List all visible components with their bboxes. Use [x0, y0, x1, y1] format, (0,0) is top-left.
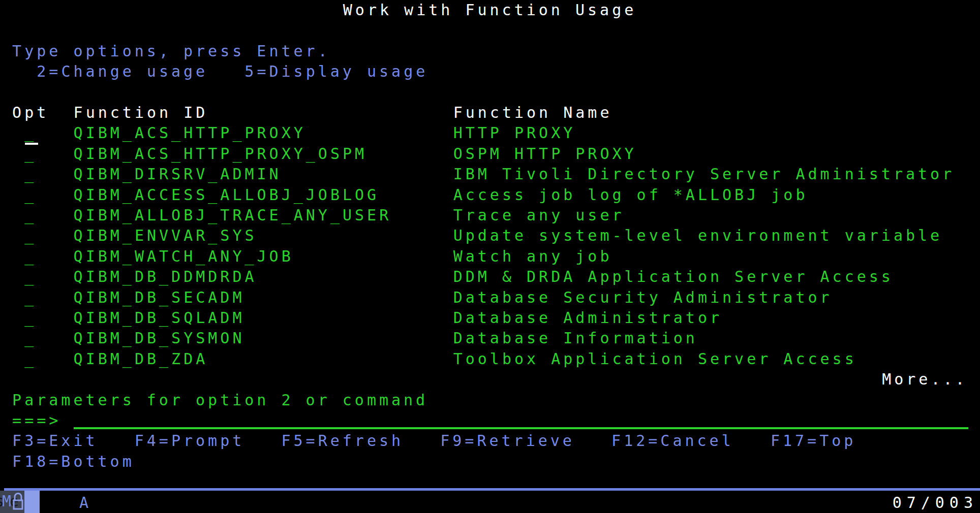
function-name: Toolbox Application Server Access	[453, 349, 857, 369]
options-legend: 2=Change usage 5=Display usage	[37, 61, 428, 82]
function-name: Trace any user	[453, 205, 625, 226]
table-row: _ QIBM_ACS_HTTP_PROXY HTTP PROXY	[0, 123, 980, 144]
option-input[interactable]: _	[24, 185, 37, 205]
option-input[interactable]: _	[24, 226, 37, 246]
text-cursor	[25, 143, 38, 145]
function-name: Watch any job	[453, 246, 612, 267]
function-name: Database Information	[453, 328, 698, 348]
table-row: _ QIBM_ALLOBJ_TRACE_ANY_USER Trace any u…	[0, 205, 980, 226]
table-row: _ QIBM_DIRSRV_ADMIN IBM Tivoli Directory…	[0, 164, 980, 185]
function-id: QIBM_DB_DDMDRDA	[74, 267, 257, 287]
function-id: QIBM_DB_SQLADM	[74, 308, 245, 328]
function-id: QIBM_DB_SYSMON	[74, 328, 245, 348]
table-row: _ QIBM_DB_SQLADM Database Administrator	[0, 308, 980, 329]
option-input[interactable]: _	[24, 349, 37, 369]
table-row: _ QIBM_ACCESS_ALLOBJ_JOBLOG Access job l…	[0, 185, 980, 206]
function-id: QIBM_WATCH_ANY_JOB	[74, 246, 294, 267]
option-input[interactable]: _	[24, 164, 37, 184]
cursor-position-indicator: 07/003	[893, 492, 978, 513]
keyboard-shift-indicator: A	[79, 492, 91, 513]
terminal-screen: Work with Function Usage Type options, p…	[0, 0, 980, 513]
table-row: _ QIBM_WATCH_ANY_JOB Watch any job	[0, 246, 980, 267]
table-row: _ QIBM_DB_ZDA Toolbox Application Server…	[0, 349, 980, 370]
table-row: _ QIBM_DB_DDMDRDA DDM & DRDA Application…	[0, 267, 980, 287]
header-function-id: Function ID	[74, 103, 208, 123]
more-indicator: More...	[882, 369, 967, 390]
parameters-label: Parameters for option 2 or command	[12, 390, 428, 410]
oia-separator-line	[4, 488, 980, 491]
function-keys-line-1: F3=Exit F4=Prompt F5=Refresh F9=Retrieve…	[12, 431, 856, 451]
column-headers: Opt Function ID Function Name	[0, 103, 980, 123]
function-name: Access job log of *ALLOBJ job	[453, 185, 808, 205]
function-name: IBM Tivoli Directory Server Administrato…	[453, 164, 955, 184]
function-name: Database Security Administrator	[453, 287, 833, 308]
function-keys-line-2: F18=Bottom	[12, 452, 135, 472]
function-name: OSPM HTTP PROXY	[453, 144, 637, 164]
option-input[interactable]: _	[24, 328, 37, 348]
instructions-text: Type options, press Enter.	[12, 41, 330, 61]
page-title: Work with Function Usage	[343, 0, 636, 20]
oia-status-row: A 07/003	[0, 492, 980, 513]
function-name: HTTP PROXY	[453, 123, 576, 143]
function-id: QIBM_DB_ZDA	[74, 349, 208, 369]
option-input[interactable]: _	[24, 287, 37, 308]
header-function-name: Function Name	[453, 103, 612, 123]
table-row: _ QIBM_DB_SECADM Database Security Admin…	[0, 287, 980, 308]
table-row: _ QIBM_ENVVAR_SYS Update system-level en…	[0, 226, 980, 246]
option-input[interactable]: _	[24, 308, 37, 328]
function-id: QIBM_ALLOBJ_TRACE_ANY_USER	[74, 205, 392, 226]
option-input[interactable]: _	[24, 144, 37, 164]
function-id: QIBM_DB_SECADM	[74, 287, 245, 308]
function-id: QIBM_DIRSRV_ADMIN	[74, 164, 282, 184]
option-input[interactable]: _	[24, 246, 37, 267]
header-opt: Opt	[12, 103, 49, 123]
function-id: QIBM_ACS_HTTP_PROXY_OSPM	[74, 144, 367, 164]
function-name: Database Administrator	[453, 308, 722, 328]
function-name: Update system-level environment variable	[453, 226, 942, 246]
option-input[interactable]: _	[24, 267, 37, 287]
option-input[interactable]: _	[24, 123, 37, 143]
command-input[interactable]	[74, 410, 968, 429]
table-row: _ QIBM_ACS_HTTP_PROXY_OSPM OSPM HTTP PRO…	[0, 144, 980, 165]
function-id: QIBM_ENVVAR_SYS	[74, 226, 257, 246]
function-id: QIBM_ACS_HTTP_PROXY	[74, 123, 306, 143]
function-id: QIBM_ACCESS_ALLOBJ_JOBLOG	[74, 185, 380, 205]
table-row: _ QIBM_DB_SYSMON Database Information	[0, 328, 980, 349]
option-input[interactable]: _	[24, 205, 37, 226]
function-name: DDM & DRDA Application Server Access	[453, 267, 894, 287]
command-prompt: ===>	[12, 410, 61, 431]
